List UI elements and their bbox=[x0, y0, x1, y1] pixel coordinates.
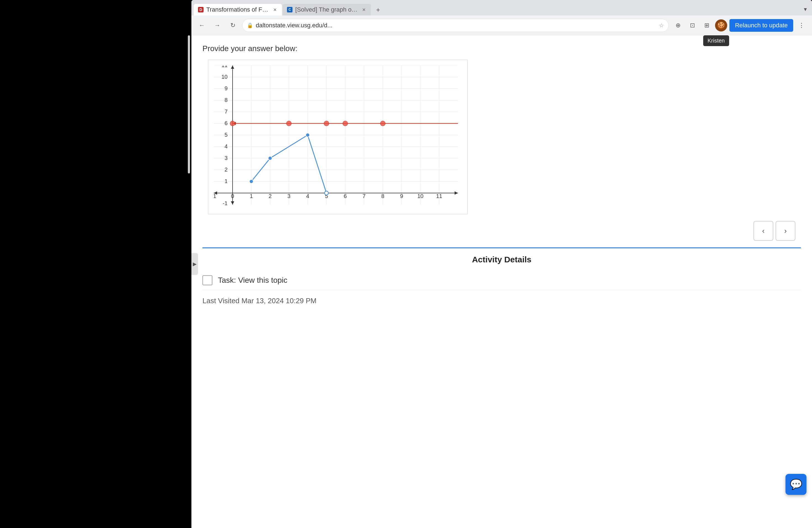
svg-text:9: 9 bbox=[400, 193, 403, 199]
svg-text:4: 4 bbox=[224, 143, 228, 149]
tab1-label: Transformations of Function... bbox=[206, 6, 269, 13]
svg-text:9: 9 bbox=[224, 85, 228, 91]
menu-icon[interactable]: ⋮ bbox=[795, 19, 808, 31]
task-label: Task: View this topic bbox=[218, 276, 288, 285]
svg-point-63 bbox=[324, 121, 329, 126]
svg-point-64 bbox=[343, 121, 348, 126]
svg-text:1: 1 bbox=[250, 193, 253, 199]
svg-text:7: 7 bbox=[362, 193, 365, 199]
user-tooltip: Kristen bbox=[703, 35, 729, 46]
tab-dropdown[interactable]: ▼ bbox=[801, 5, 810, 14]
svg-point-65 bbox=[380, 121, 385, 126]
tab2-favicon: C bbox=[287, 7, 292, 12]
svg-text:8: 8 bbox=[381, 193, 384, 199]
svg-text:5: 5 bbox=[224, 132, 228, 138]
svg-text:6: 6 bbox=[224, 120, 228, 126]
svg-marker-25 bbox=[454, 191, 458, 195]
tab-bar-right: ▼ bbox=[801, 5, 810, 15]
svg-point-61 bbox=[230, 121, 235, 126]
toolbar-right: ⊕ ⊡ ⊞ 🍪 Relaunch to update ⋮ bbox=[672, 19, 808, 32]
profile-icon[interactable]: ⊞ bbox=[701, 19, 713, 31]
svg-text:6: 6 bbox=[344, 193, 347, 199]
cookie-icon[interactable]: 🍪 bbox=[715, 19, 727, 31]
svg-text:1: 1 bbox=[224, 178, 228, 184]
secure-icon: 🔒 bbox=[247, 23, 253, 28]
cast-icon[interactable]: ⊡ bbox=[686, 19, 698, 31]
svg-text:-1: -1 bbox=[214, 193, 216, 199]
page-content: Provide your answer below: bbox=[191, 35, 812, 528]
task-row: Task: View this topic bbox=[202, 271, 801, 290]
tab-solved[interactable]: C [Solved] The graph of y=f(x... ✕ bbox=[282, 4, 371, 15]
tab2-label: [Solved] The graph of y=f(x... bbox=[295, 6, 358, 13]
url-text: daltonstate.view.usg.edu/d... bbox=[256, 22, 656, 29]
svg-marker-29 bbox=[231, 201, 234, 205]
tab-bar: D Transformations of Function... ✕ C [So… bbox=[191, 0, 812, 15]
bookmark-icon[interactable]: ☆ bbox=[659, 22, 664, 29]
svg-text:8: 8 bbox=[224, 97, 228, 103]
nav-arrows: ‹ › bbox=[202, 221, 795, 241]
extensions-icon[interactable]: ⊕ bbox=[672, 19, 684, 31]
graph-container[interactable]: -1 0 1 2 3 4 5 6 7 8 9 10 11 11 10 9 8 7 bbox=[208, 60, 468, 214]
svg-text:3: 3 bbox=[287, 193, 290, 199]
task-checkbox[interactable] bbox=[202, 275, 213, 285]
chevron-right-icon: ▶ bbox=[193, 261, 197, 267]
svg-text:4: 4 bbox=[306, 193, 309, 199]
svg-text:3: 3 bbox=[224, 155, 228, 161]
tab-transformations[interactable]: D Transformations of Function... ✕ bbox=[193, 4, 282, 15]
address-input[interactable]: 🔒 daltonstate.view.usg.edu/d... ☆ bbox=[242, 19, 669, 32]
tab1-close[interactable]: ✕ bbox=[272, 7, 278, 12]
prev-button[interactable]: ‹ bbox=[753, 221, 773, 241]
svg-text:-1: -1 bbox=[222, 200, 228, 206]
svg-point-57 bbox=[306, 133, 309, 137]
svg-text:10: 10 bbox=[221, 74, 228, 80]
activity-details: Activity Details Task: View this topic L… bbox=[202, 247, 801, 312]
graph-svg: -1 0 1 2 3 4 5 6 7 8 9 10 11 11 10 9 8 7 bbox=[214, 65, 462, 209]
svg-point-55 bbox=[249, 179, 253, 184]
svg-text:10: 10 bbox=[417, 193, 423, 199]
svg-text:11: 11 bbox=[436, 193, 442, 199]
chat-button[interactable]: 💬 bbox=[785, 474, 807, 495]
tab1-favicon: D bbox=[198, 7, 204, 12]
forward-button[interactable]: → bbox=[211, 19, 223, 31]
svg-text:11: 11 bbox=[221, 65, 228, 68]
new-tab-button[interactable]: + bbox=[373, 4, 383, 15]
svg-text:2: 2 bbox=[224, 166, 228, 173]
svg-point-62 bbox=[286, 121, 291, 126]
svg-point-58 bbox=[324, 191, 329, 195]
address-bar: ← → ↻ 🔒 daltonstate.view.usg.edu/d... ☆ … bbox=[191, 15, 812, 35]
activity-details-title: Activity Details bbox=[202, 255, 801, 264]
svg-text:7: 7 bbox=[224, 108, 228, 115]
next-button[interactable]: › bbox=[775, 221, 795, 241]
svg-text:2: 2 bbox=[269, 193, 272, 199]
chat-icon: 💬 bbox=[790, 479, 802, 490]
back-button[interactable]: ← bbox=[196, 19, 208, 31]
svg-marker-28 bbox=[231, 65, 234, 69]
browser-window: D Transformations of Function... ✕ C [So… bbox=[191, 0, 812, 528]
last-visited: Last Visited Mar 13, 2024 10:29 PM bbox=[202, 297, 801, 312]
tab2-close[interactable]: ✕ bbox=[361, 7, 366, 12]
relaunch-button[interactable]: Relaunch to update bbox=[729, 19, 793, 32]
panel-toggle[interactable]: ▶ bbox=[191, 253, 198, 275]
reload-button[interactable]: ↻ bbox=[227, 19, 239, 31]
svg-text:0: 0 bbox=[231, 193, 234, 199]
svg-point-56 bbox=[268, 156, 272, 160]
